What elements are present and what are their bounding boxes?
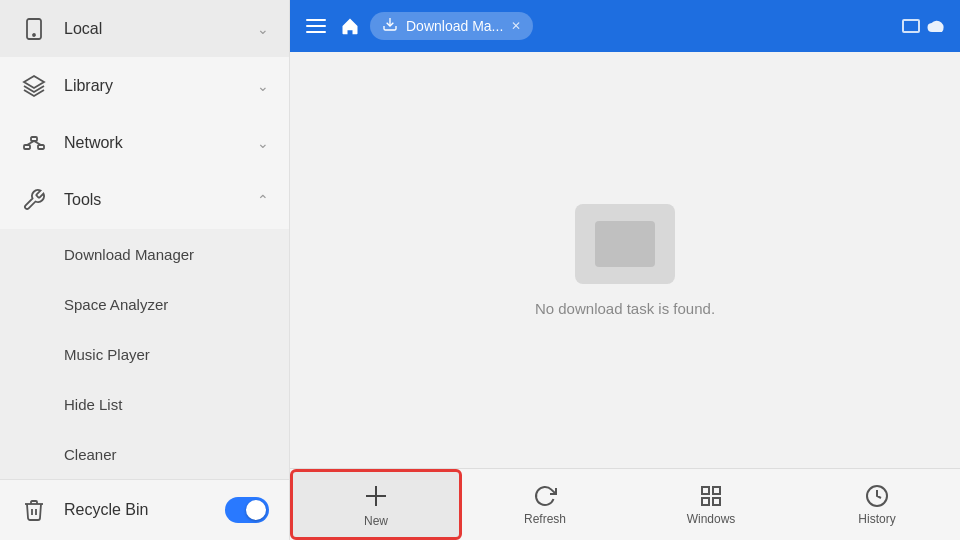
windows-icon: [699, 484, 723, 508]
network-icon: [20, 129, 48, 157]
download-manager-tab[interactable]: Download Ma... ✕: [370, 12, 533, 40]
sidebar-item-download-manager[interactable]: Download Manager: [0, 229, 289, 279]
sidebar-network-label: Network: [64, 134, 257, 152]
sidebar-tools-label: Tools: [64, 191, 257, 209]
svg-rect-11: [702, 498, 709, 505]
plus-icon: [362, 482, 390, 510]
svg-line-6: [27, 141, 34, 145]
tab-close-button[interactable]: ✕: [511, 19, 521, 33]
sidebar-item-library[interactable]: Library ⌄: [0, 57, 289, 114]
local-chevron: ⌄: [257, 21, 269, 37]
recycle-bin-label: Recycle Bin: [64, 501, 225, 519]
toolbar-history-button[interactable]: History: [794, 469, 960, 540]
window-square-icon[interactable]: [902, 19, 920, 33]
refresh-label: Refresh: [524, 512, 566, 526]
sidebar-footer: Recycle Bin: [0, 479, 289, 540]
toolbar-refresh-button[interactable]: Refresh: [462, 469, 628, 540]
cloud-icon[interactable]: [926, 15, 948, 38]
main-area: Download Ma... ✕ No download task is fou…: [290, 0, 960, 540]
sidebar-item-recycle-bin[interactable]: Recycle Bin: [0, 480, 289, 540]
recycle-bin-toggle[interactable]: [225, 497, 269, 523]
tools-chevron: ⌃: [257, 192, 269, 208]
svg-rect-10: [713, 487, 720, 494]
empty-state-text: No download task is found.: [535, 300, 715, 317]
sidebar-item-tools[interactable]: Tools ⌃: [0, 172, 289, 229]
svg-point-1: [33, 34, 35, 36]
svg-rect-5: [38, 145, 44, 149]
network-chevron: ⌄: [257, 135, 269, 151]
sidebar-item-space-analyzer[interactable]: Space Analyzer: [0, 279, 289, 329]
window-controls: [902, 15, 948, 38]
content-area: No download task is found.: [290, 52, 960, 468]
empty-state-inner-rect: [595, 221, 655, 267]
bottom-toolbar: New Refresh: [290, 468, 960, 540]
sidebar: Local ⌄ Library ⌄: [0, 0, 290, 540]
new-label: New: [364, 514, 388, 528]
toolbar-new-button[interactable]: New: [290, 469, 462, 540]
download-icon: [382, 16, 398, 36]
empty-state-icon: [575, 204, 675, 284]
app-container: Local ⌄ Library ⌄: [0, 0, 960, 540]
svg-rect-4: [31, 137, 37, 141]
sidebar-item-local[interactable]: Local ⌄: [0, 0, 289, 57]
layers-icon: [20, 72, 48, 100]
library-chevron: ⌄: [257, 78, 269, 94]
sidebar-local-label: Local: [64, 20, 257, 38]
tools-submenu: Download Manager Space Analyzer Music Pl…: [0, 229, 289, 479]
history-icon: [865, 484, 889, 508]
refresh-icon: [533, 484, 557, 508]
trash-icon: [20, 496, 48, 524]
svg-rect-12: [713, 498, 720, 505]
sidebar-item-network[interactable]: Network ⌄: [0, 115, 289, 172]
svg-rect-9: [702, 487, 709, 494]
sidebar-item-hide-list[interactable]: Hide List: [0, 379, 289, 429]
home-icon[interactable]: [340, 16, 360, 36]
sidebar-item-music-player[interactable]: Music Player: [0, 329, 289, 379]
sidebar-library-label: Library: [64, 77, 257, 95]
svg-rect-3: [24, 145, 30, 149]
hamburger-menu-icon[interactable]: [302, 15, 330, 37]
top-bar: Download Ma... ✕: [290, 0, 960, 52]
smartphone-icon: [20, 15, 48, 43]
svg-line-7: [34, 141, 41, 145]
toolbar-windows-button[interactable]: Windows: [628, 469, 794, 540]
sidebar-item-cleaner[interactable]: Cleaner: [0, 429, 289, 479]
windows-label: Windows: [687, 512, 736, 526]
tab-label: Download Ma...: [406, 18, 503, 34]
wrench-icon: [20, 186, 48, 214]
history-label: History: [858, 512, 895, 526]
svg-marker-2: [24, 76, 44, 88]
